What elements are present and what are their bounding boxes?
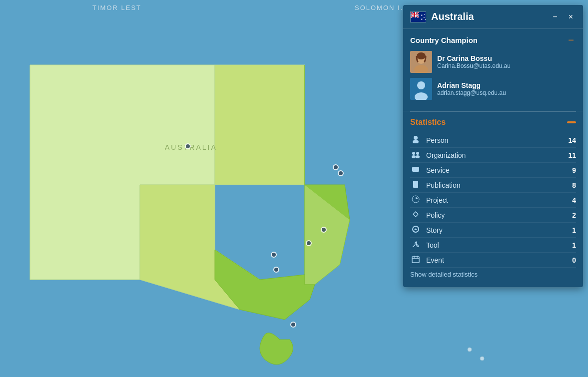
svg-text:★: ★	[424, 13, 425, 15]
stat-row-tool: Tool 1	[410, 238, 576, 253]
champion-email: Carina.Bossu@utas.edu.au	[437, 62, 511, 69]
svg-point-9	[274, 267, 279, 272]
statistics-section: Statistics Person 14 Organization 11 Ser…	[403, 112, 583, 287]
svg-point-8	[271, 252, 276, 257]
champion-email: adrian.stagg@usq.edu.au	[437, 89, 506, 96]
svg-rect-44	[414, 170, 418, 171]
svg-point-6	[321, 227, 326, 232]
stat-row-service: Service 9	[410, 163, 576, 178]
svg-rect-46	[414, 182, 417, 183]
stat-row-project: Project 4	[410, 193, 576, 208]
stat-count-tool: 1	[566, 241, 576, 249]
svg-rect-52	[412, 257, 419, 263]
section-header: Country Champion −	[410, 35, 576, 45]
stat-row-event: Event 0	[410, 253, 576, 268]
stat-label-person: Person	[426, 136, 566, 144]
svg-point-39	[416, 152, 419, 155]
svg-rect-42	[412, 167, 419, 172]
stat-count-organization: 11	[566, 151, 576, 159]
stat-label-event: Event	[426, 256, 566, 264]
svg-rect-43	[414, 168, 418, 169]
champion-item: Dr Carina Bossu Carina.Bossu@utas.edu.au	[410, 51, 576, 73]
panel-controls: − ×	[550, 11, 576, 22]
champion-avatar-generic	[410, 78, 432, 100]
champion-info: Adrian Stagg adrian.stagg@usq.edu.au	[437, 81, 506, 96]
stat-count-person: 14	[566, 136, 576, 144]
svg-point-7	[306, 241, 311, 246]
minimize-button[interactable]: −	[550, 11, 560, 22]
svg-point-32	[417, 52, 426, 59]
svg-point-40	[412, 155, 416, 158]
stat-count-project: 4	[566, 196, 576, 204]
svg-point-13	[480, 357, 484, 361]
svg-point-41	[416, 155, 420, 158]
svg-point-34	[417, 81, 425, 89]
tool-icon	[410, 240, 421, 250]
stat-label-story: Story	[426, 226, 566, 234]
close-button[interactable]: ×	[566, 11, 576, 22]
person-icon	[410, 135, 421, 145]
svg-text:SOLOMON I...: SOLOMON I...	[355, 4, 409, 11]
stats-toggle-button[interactable]	[567, 121, 576, 123]
champion-name: Dr Carina Bossu	[437, 54, 511, 62]
champion-name: Adrian Stagg	[437, 81, 506, 89]
champion-avatar-photo	[410, 51, 432, 73]
svg-point-10	[291, 322, 296, 327]
svg-point-38	[412, 152, 415, 155]
svg-rect-23	[411, 14, 419, 15]
stat-row-policy: Policy 2	[410, 208, 576, 223]
stat-row-organization: Organization 11	[410, 148, 576, 163]
svg-text:★: ★	[425, 18, 426, 20]
story-icon	[410, 225, 421, 235]
stat-row-person: Person 14	[410, 133, 576, 148]
stats-header: Statistics	[410, 118, 576, 127]
panel-title: Australia	[431, 11, 550, 22]
info-panel: ★ ★ ★ ★ ★ Australia − × Country Champion…	[403, 5, 583, 287]
panel-header: ★ ★ ★ ★ ★ Australia − ×	[403, 5, 583, 29]
stat-label-tool: Tool	[426, 241, 566, 249]
project-icon	[410, 195, 421, 205]
stat-count-publication: 8	[566, 181, 576, 189]
stat-row-publication: Publication 8	[410, 178, 576, 193]
svg-point-36	[414, 136, 418, 140]
stat-label-project: Project	[426, 196, 566, 204]
stat-count-service: 9	[566, 166, 576, 174]
svg-point-37	[413, 140, 419, 143]
svg-point-5	[338, 171, 343, 176]
policy-icon	[410, 210, 421, 220]
stat-label-organization: Organization	[426, 151, 566, 159]
svg-point-12	[468, 348, 472, 352]
champion-item: Adrian Stagg adrian.stagg@usq.edu.au	[410, 78, 576, 100]
organization-icon	[410, 150, 421, 160]
stat-count-story: 1	[566, 226, 576, 234]
champion-info: Dr Carina Bossu Carina.Bossu@utas.edu.au	[437, 54, 511, 69]
svg-text:TIMOR LEST: TIMOR LEST	[92, 4, 141, 11]
country-champion-section: Country Champion − Dr Carina Bossu	[403, 29, 583, 111]
event-icon	[410, 255, 421, 265]
champion-toggle-button[interactable]: −	[566, 35, 576, 45]
publication-icon	[410, 180, 421, 190]
section-title: Country Champion	[410, 36, 478, 44]
stat-row-story: Story 1	[410, 223, 576, 238]
stat-label-publication: Publication	[426, 181, 566, 189]
svg-rect-48	[414, 185, 416, 186]
stat-label-policy: Policy	[426, 211, 566, 219]
statistics-title: Statistics	[410, 118, 446, 127]
svg-rect-47	[414, 184, 417, 184]
stat-count-policy: 2	[566, 211, 576, 219]
service-icon	[410, 165, 421, 175]
stat-label-service: Service	[426, 166, 566, 174]
country-flag: ★ ★ ★ ★ ★	[410, 11, 426, 22]
show-details-link[interactable]: Show detailed statistics	[410, 268, 478, 281]
svg-point-4	[333, 165, 338, 170]
stat-count-event: 0	[566, 256, 576, 264]
svg-point-11	[185, 144, 190, 149]
svg-text:AUSTRALIA: AUSTRALIA	[165, 143, 217, 151]
